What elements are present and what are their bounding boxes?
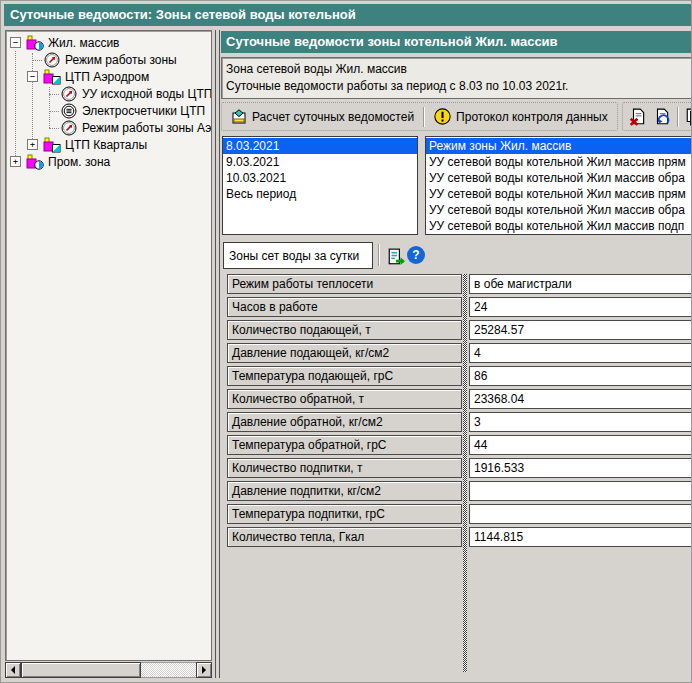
table-row: Температура подающей, грС 86 [221, 366, 692, 386]
row-label: Давление обратной, кг/см2 [227, 412, 462, 432]
report-list-item[interactable]: УУ сетевой воды котельной Жил массив пря… [426, 154, 692, 170]
tree-item-rezhim-raboty-zony-a[interactable]: Режим работы зоны Аэ [6, 119, 212, 136]
zone-icon [26, 154, 44, 170]
window-title: Суточные ведомости: Зоны сетевой воды ко… [4, 4, 691, 26]
expand-toggle-icon[interactable]: + [27, 139, 38, 150]
row-value[interactable] [469, 481, 692, 501]
scroll-left-button[interactable] [5, 662, 21, 678]
scrollbar-track[interactable] [141, 662, 196, 678]
restore-report-button[interactable] [650, 105, 674, 129]
calc-button-label: Расчет суточных ведомостей [252, 110, 414, 124]
delete-report-button[interactable] [626, 105, 650, 129]
expand-toggle-icon[interactable]: + [10, 156, 21, 167]
row-value[interactable]: 86 [469, 366, 692, 386]
warning-icon [434, 108, 451, 125]
info-line-period: Суточные ведомости работы за период с 8.… [226, 78, 692, 95]
row-label: Температура подпитки, грС [227, 504, 462, 524]
tree-item-electroschetchiki[interactable]: Электросчетчики ЦТП [6, 102, 212, 119]
row-label: Количество подающей, т [227, 320, 462, 340]
date-listbox[interactable]: 8.03.2021 9.03.2021 10.03.2021 Весь пери… [222, 136, 418, 235]
row-label: Давление подпитки, кг/см2 [227, 481, 462, 501]
toolbar-divider [677, 107, 679, 127]
row-value[interactable]: 25284.57 [469, 320, 692, 340]
row-value[interactable]: 44 [469, 435, 692, 455]
protocol-button[interactable]: Протокол контроля данных [428, 105, 614, 128]
scrollbar-thumb[interactable] [21, 662, 141, 678]
meter-icon [60, 103, 78, 119]
export-button[interactable] [384, 245, 408, 269]
table-row: Давление обратной, кг/см2 3 [221, 412, 692, 432]
report-list-item[interactable]: УУ сетевой воды котельной Жил массив пря… [426, 186, 692, 202]
row-value[interactable]: 1144.815 [469, 527, 692, 547]
tree-view: − Жил. массив [5, 30, 212, 661]
grid-vertical-splitter[interactable] [463, 274, 467, 672]
toolbar: Расчет суточных ведомостей Протокол конт… [221, 101, 692, 132]
row-label: Режим работы теплосети [227, 274, 462, 294]
tree-horizontal-scrollbar[interactable] [5, 662, 212, 678]
tree-item-label: ЦТП Аэродром [65, 70, 149, 84]
gauge-icon [60, 120, 78, 136]
document-undo-icon [653, 108, 671, 126]
toolbar-divider [378, 244, 380, 266]
row-label: Количество подпитки, т [227, 458, 462, 478]
row-label: Температура подающей, грС [227, 366, 462, 386]
date-list-item[interactable]: 10.03.2021 [223, 170, 417, 186]
row-value[interactable]: в обе магистрали [469, 274, 692, 294]
toolbar-group-file [622, 102, 692, 131]
info-line-zone: Зона сетевой воды Жил. массив [226, 61, 692, 78]
table-row: Давление подпитки, кг/см2 [221, 481, 692, 501]
row-value[interactable]: 1916.533 [469, 458, 692, 478]
calc-reports-button[interactable]: Расчет суточных ведомостей [225, 106, 420, 128]
help-icon[interactable]: ? [407, 246, 425, 264]
report-list-item[interactable]: Режим зоны Жил. массив [426, 138, 692, 154]
date-list-item[interactable]: 9.03.2021 [223, 154, 417, 170]
arrow-right-icon [202, 666, 210, 674]
zone-icon [26, 35, 44, 51]
date-list-item[interactable]: 8.03.2021 [223, 138, 417, 154]
row-label: Количество обратной, т [227, 389, 462, 409]
tree-item-label: Режим работы зоны [65, 53, 177, 67]
tree-panel: − Жил. массив [5, 30, 214, 678]
tree-item-uu-ishodnoy-vody[interactable]: УУ исходной воды ЦТП [6, 85, 212, 102]
expand-toggle-icon[interactable]: − [27, 71, 38, 82]
tree-item-zhil-massiv[interactable]: − Жил. массив [6, 34, 212, 51]
tab-zones-per-day[interactable]: Зоны сет воды за сутки [223, 242, 373, 269]
table-row: Температура подпитки, грС [221, 504, 692, 524]
toolbar-group-main: Расчет суточных ведомостей Протокол конт… [221, 102, 618, 131]
row-value[interactable]: 23368.04 [469, 389, 692, 409]
tree-item-ctp-aerodrom[interactable]: − ЦТП Аэродром [6, 68, 212, 85]
daily-values-grid: Режим работы теплосети в обе магистрали … [221, 274, 692, 678]
table-row: Температура обратной, грС 44 [221, 435, 692, 455]
protocol-button-label: Протокол контроля данных [456, 110, 608, 124]
tree-item-label: ЦТП Кварталы [65, 138, 147, 152]
row-value[interactable]: 4 [469, 343, 692, 363]
save-report-button[interactable] [682, 105, 692, 129]
scroll-right-button[interactable] [196, 662, 212, 678]
report-panel: Суточные ведомости зоны котельной Жил. м… [221, 30, 692, 678]
report-list-item[interactable]: УУ сетевой воды котельной Жил массив обр… [426, 202, 692, 218]
table-row: Режим работы теплосети в обе магистрали [221, 274, 692, 294]
report-listbox[interactable]: Режим зоны Жил. массив УУ сетевой воды к… [425, 136, 692, 235]
table-row: Часов в работе 24 [221, 297, 692, 317]
row-value[interactable] [469, 504, 692, 524]
row-value[interactable]: 24 [469, 297, 692, 317]
report-list-item[interactable]: УУ сетевой воды котельной Жил массив обр… [426, 170, 692, 186]
gauge-icon [60, 86, 78, 102]
export-icon [387, 248, 405, 266]
expand-toggle-icon[interactable]: − [10, 37, 21, 48]
gauge-icon [43, 52, 61, 68]
row-value[interactable]: 3 [469, 412, 692, 432]
table-row: Количество подающей, т 25284.57 [221, 320, 692, 340]
tree-item-ctp-kvartaly[interactable]: + ЦТП Кварталы [6, 136, 212, 153]
report-list-item[interactable]: УУ сетевой воды котельной Жил массив под… [426, 218, 692, 234]
tree-item-label: Пром. зона [48, 155, 110, 169]
date-list-item[interactable]: Весь период [223, 186, 417, 202]
row-label: Давление подающей, кг/см2 [227, 343, 462, 363]
tree-item-rezhim-raboty-zony[interactable]: Режим работы зоны [6, 51, 212, 68]
app-window: Суточные ведомости: Зоны сетевой воды ко… [0, 0, 692, 683]
table-row: Количество подпитки, т 1916.533 [221, 458, 692, 478]
row-label: Часов в работе [227, 297, 462, 317]
tree-item-prom-zona[interactable]: + Пром. зона [6, 153, 212, 170]
toolbar-divider [423, 107, 425, 127]
panel-splitter[interactable] [215, 30, 220, 678]
